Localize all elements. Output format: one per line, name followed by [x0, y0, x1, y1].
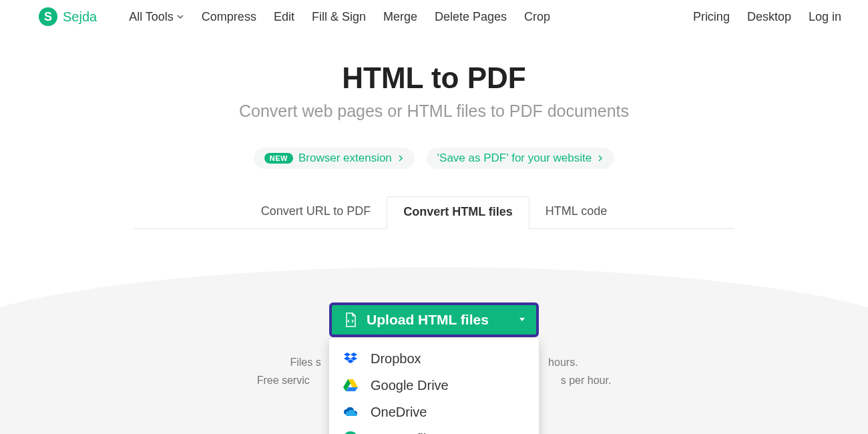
dropdown-google-drive[interactable]: Google Drive — [329, 372, 539, 399]
hero: HTML to PDF Convert web pages or HTML fi… — [0, 61, 868, 121]
dropbox-icon — [343, 351, 359, 367]
logo-letter: S — [44, 10, 52, 24]
chevron-right-icon — [597, 154, 604, 162]
new-badge: NEW — [264, 153, 293, 164]
nav-edit[interactable]: Edit — [274, 10, 294, 24]
nav-login[interactable]: Log in — [809, 10, 841, 24]
text-fragment: Free servic — [257, 375, 310, 386]
nav-merge[interactable]: Merge — [383, 10, 417, 24]
logo[interactable]: S Sejda — [39, 7, 97, 26]
dropdown-onedrive[interactable]: OneDrive — [329, 399, 539, 425]
caret-down-icon — [519, 317, 525, 322]
nav-compress[interactable]: Compress — [202, 10, 256, 24]
nav-crop[interactable]: Crop — [524, 10, 550, 24]
nav-pricing[interactable]: Pricing — [693, 10, 730, 24]
upload-caret[interactable] — [507, 305, 536, 335]
tab-convert-html-files[interactable]: Convert HTML files — [387, 196, 529, 229]
text-fragment: s per hour. — [561, 375, 612, 386]
browser-extension-pill[interactable]: NEW Browser extension — [254, 148, 415, 169]
logo-icon: S — [39, 7, 57, 26]
nav-all-tools[interactable]: All Tools — [129, 10, 184, 24]
upload-area: Upload HTML files Dropbox Google Drive O… — [0, 302, 868, 389]
top-nav: S Sejda All Tools Compress Edit Fill & S… — [0, 0, 868, 33]
dropdown-label: Dropbox — [371, 351, 421, 367]
page-title: HTML to PDF — [0, 61, 868, 95]
upload-button[interactable]: Upload HTML files — [329, 302, 539, 337]
nav-delete-pages[interactable]: Delete Pages — [435, 10, 507, 24]
upload-source-dropdown: Dropbox Google Drive OneDrive S Recent f… — [329, 339, 539, 434]
chevron-right-icon — [397, 154, 404, 162]
dropdown-label: OneDrive — [371, 405, 427, 420]
nav-items-right: Pricing Desktop Log in — [693, 10, 841, 24]
google-drive-icon — [343, 377, 359, 393]
text-fragment: Files s — [290, 357, 320, 368]
logo-text: Sejda — [63, 9, 97, 25]
nav-items-left: All Tools Compress Edit Fill & Sign Merg… — [129, 10, 550, 24]
dropdown-recent-files[interactable]: S Recent files — [329, 425, 539, 434]
onedrive-icon — [343, 404, 359, 420]
tab-convert-url[interactable]: Convert URL to PDF — [245, 196, 387, 229]
dropdown-label: Google Drive — [371, 378, 449, 393]
nav-desktop[interactable]: Desktop — [747, 10, 791, 24]
text-fragment: hours. — [546, 357, 578, 368]
chevron-down-icon — [176, 13, 184, 21]
pill-label: 'Save as PDF' for your website — [437, 152, 592, 165]
page-subtitle: Convert web pages or HTML files to PDF d… — [0, 101, 868, 121]
pill-label: Browser extension — [298, 152, 392, 165]
dropdown-label: Recent files — [371, 431, 441, 435]
tabs: Convert URL to PDF Convert HTML files HT… — [134, 196, 734, 229]
save-as-pdf-pill[interactable]: 'Save as PDF' for your website — [427, 148, 614, 169]
tab-html-code[interactable]: HTML code — [529, 196, 623, 229]
nav-fill-sign[interactable]: Fill & Sign — [312, 10, 366, 24]
dropdown-dropbox[interactable]: Dropbox — [329, 345, 539, 372]
file-code-icon — [332, 312, 367, 327]
upload-button-label: Upload HTML files — [367, 312, 507, 328]
promo-pills: NEW Browser extension 'Save as PDF' for … — [0, 148, 868, 169]
nav-label: All Tools — [129, 10, 174, 24]
sejda-icon: S — [343, 431, 359, 434]
